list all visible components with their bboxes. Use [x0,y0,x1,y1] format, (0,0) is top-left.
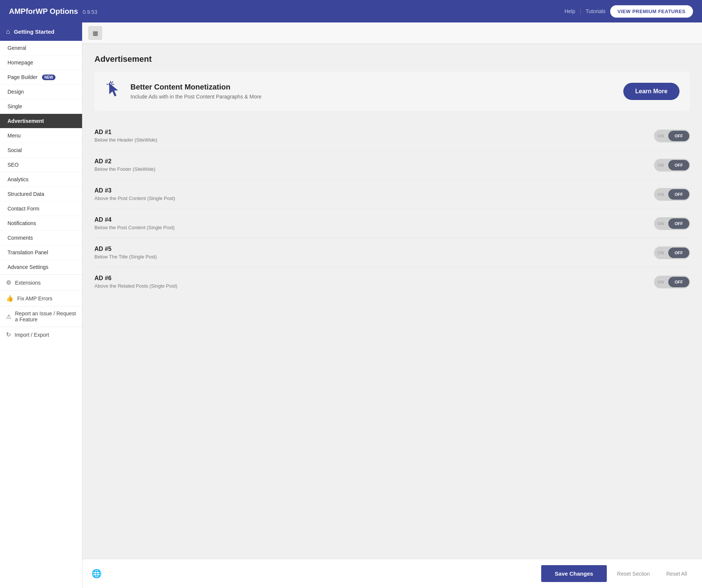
sidebar-item-page-builder[interactable]: Page BuilderNEW [0,70,82,85]
ad3-text: AD #3Above the Post Content (Single Post… [94,187,175,201]
ad6-toggle-off: OFF [668,277,689,287]
sidebar-item-analytics[interactable]: Analytics [0,172,82,187]
promo-cursor-icon [105,81,123,102]
content-toolbar: ▦ [82,22,702,44]
sidebar-item-social[interactable]: Social [0,143,82,158]
fix-amp-errors-icon: 👍 [6,295,13,302]
ad2-toggle[interactable]: ONOFF [654,159,690,172]
import-export-label: Import / Export [15,332,49,338]
promo-title: Better Content Monetization [130,83,616,91]
report-issue-icon: ⚠ [6,313,11,320]
sidebar-section-report-issue[interactable]: ⚠Report an Issue / Request a Feature [0,306,82,327]
sidebar-item-design[interactable]: Design [0,85,82,99]
sidebar-nav: GeneralHomepagePage BuilderNEWDesignSing… [0,41,82,275]
fix-amp-errors-label: Fix AMP Errors [17,295,52,301]
sidebar-item-comments[interactable]: Comments [0,231,82,245]
ad-row-ad4: AD #4Below the Post Content (Single Post… [94,209,690,238]
ad5-toggle-on: ON [654,248,668,258]
ad3-sublabel: Above the Post Content (Single Post) [94,196,175,201]
ad1-toggle-on: ON [654,131,668,141]
ad1-sublabel: Below the Header (SiteWide) [94,137,157,143]
ad5-label: AD #5 [94,246,157,252]
ad5-toggle-off: OFF [668,248,689,258]
sidebar-item-contact-form[interactable]: Contact Form [0,201,82,216]
sidebar-item-translation-panel[interactable]: Translation Panel [0,245,82,260]
tutorials-link[interactable]: Tutorials [585,8,605,14]
help-link[interactable]: Help [564,8,575,14]
sidebar-item-notifications[interactable]: Notifications [0,216,82,231]
ad3-toggle-off: OFF [668,189,689,200]
toolbar-grid-icon[interactable]: ▦ [88,26,102,40]
view-premium-button[interactable]: VIEW PREMIUM FEATURES [610,5,693,18]
app-version: 0.9.53 [83,9,97,15]
report-issue-label: Report an Issue / Request a Feature [15,310,76,322]
ad4-sublabel: Below the Post Content (Single Post) [94,225,175,230]
ad5-sublabel: Below The Title (Single Post) [94,254,157,260]
sidebar-sections: ⚙Extensions👍Fix AMP Errors⚠Report an Iss… [0,275,82,342]
footer-left: 🌐 [91,569,102,579]
app-title: AMPforWP Options [9,7,78,15]
sidebar-item-advertisement[interactable]: Advertisement [0,114,82,128]
content-area: ▦ Advertisement Better Content Monetizat… [82,22,702,588]
header-right: Help | Tutorials VIEW PREMIUM FEATURES [564,5,693,18]
ad-rows-container: AD #1Below the Header (SiteWide)ONOFFAD … [94,121,690,296]
ad6-toggle-on: ON [654,277,668,287]
footer-right: Save Changes Reset Section Reset All [541,565,693,582]
reset-all-button[interactable]: Reset All [660,566,693,582]
ad5-text: AD #5Below The Title (Single Post) [94,246,157,260]
ad4-text: AD #4Below the Post Content (Single Post… [94,216,175,230]
sidebar-item-getting-started[interactable]: ⌂ Getting Started [0,22,82,41]
sidebar-section-import-export[interactable]: ↻Import / Export [0,327,82,342]
ad1-label: AD #1 [94,129,157,136]
ad2-text: AD #2Below the Footer (SiteWide) [94,158,156,172]
header-sep: | [580,8,581,14]
content-inner: Advertisement Better Content Monetizatio… [82,44,702,559]
getting-started-label: Getting Started [14,28,54,35]
sidebar-item-single[interactable]: Single [0,99,82,114]
ad6-toggle[interactable]: ONOFF [654,276,690,288]
ad4-toggle-off: OFF [668,218,689,229]
save-changes-button[interactable]: Save Changes [541,565,607,582]
extensions-label: Extensions [15,280,40,286]
sidebar-item-menu[interactable]: Menu [0,128,82,143]
ad3-toggle[interactable]: ONOFF [654,188,690,201]
ad6-sublabel: Above the Related Posts (Single Post) [94,283,177,289]
ad5-toggle[interactable]: ONOFF [654,246,690,259]
learn-more-button[interactable]: Learn More [623,83,680,100]
home-icon: ⌂ [6,28,10,36]
promo-box: Better Content Monetization Include Ads … [94,72,690,111]
ad4-toggle-on: ON [654,218,668,229]
ad1-toggle-off: OFF [668,131,689,141]
ad3-label: AD #3 [94,187,175,194]
ad-row-ad1: AD #1Below the Header (SiteWide)ONOFF [94,121,690,151]
ad1-toggle[interactable]: ONOFF [654,130,690,142]
ad3-toggle-on: ON [654,189,668,200]
ad2-toggle-on: ON [654,160,668,170]
ad4-label: AD #4 [94,216,175,223]
sidebar-item-general[interactable]: General [0,41,82,55]
ad-row-ad6: AD #6Above the Related Posts (Single Pos… [94,267,690,296]
top-header: AMPforWP Options 0.9.53 Help | Tutorials… [0,0,702,22]
ad1-text: AD #1Below the Header (SiteWide) [94,129,157,143]
reset-section-button[interactable]: Reset Section [611,566,656,582]
ad4-toggle[interactable]: ONOFF [654,217,690,230]
ad2-toggle-off: OFF [668,160,689,170]
sidebar-item-seo[interactable]: SEO [0,158,82,172]
page-title: Advertisement [94,54,690,64]
sidebar: ⌂ Getting Started GeneralHomepagePage Bu… [0,22,82,588]
ad2-label: AD #2 [94,158,156,165]
sidebar-section-fix-amp-errors[interactable]: 👍Fix AMP Errors [0,290,82,306]
globe-icon[interactable]: 🌐 [91,569,102,579]
main-layout: ⌂ Getting Started GeneralHomepagePage Bu… [0,22,702,588]
ad-row-ad3: AD #3Above the Post Content (Single Post… [94,180,690,209]
import-export-icon: ↻ [6,331,11,338]
ad-row-ad5: AD #5Below The Title (Single Post)ONOFF [94,238,690,267]
ad6-label: AD #6 [94,275,177,282]
sidebar-item-structured-data[interactable]: Structured Data [0,187,82,201]
footer-bar: 🌐 Save Changes Reset Section Reset All [82,559,702,588]
header-brand: AMPforWP Options 0.9.53 [9,7,97,16]
sidebar-section-extensions[interactable]: ⚙Extensions [0,275,82,290]
sidebar-item-advance-settings[interactable]: Advance Settings [0,260,82,275]
sidebar-item-homepage[interactable]: Homepage [0,55,82,70]
extensions-icon: ⚙ [6,279,11,286]
